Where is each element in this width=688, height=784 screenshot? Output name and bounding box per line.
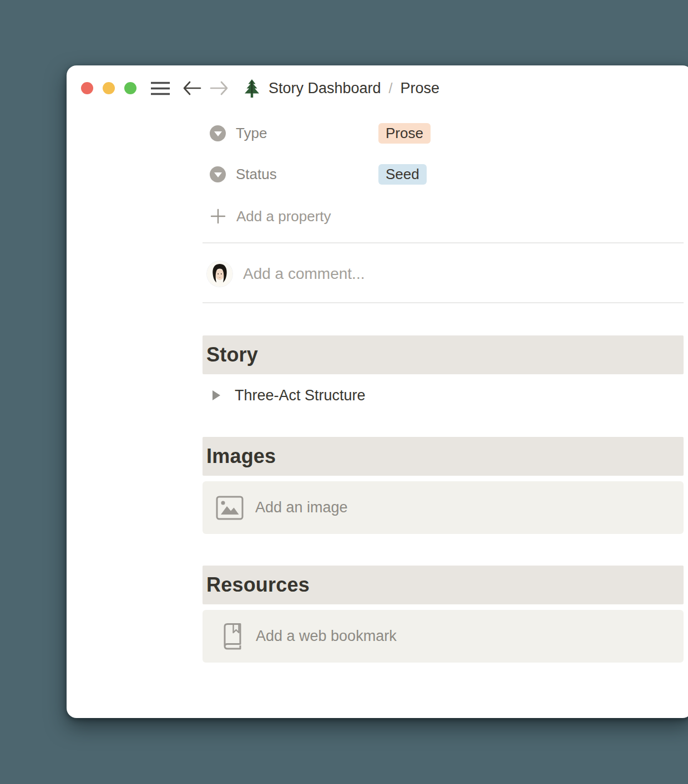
property-value-tag[interactable]: Seed: [378, 164, 427, 185]
bookmark-book-icon: [219, 622, 245, 651]
add-web-bookmark-placeholder[interactable]: Add a web bookmark: [203, 610, 684, 663]
image-icon: [215, 496, 244, 520]
section-heading-resources[interactable]: Resources: [203, 566, 684, 604]
toggle-label[interactable]: Three-Act Structure: [235, 387, 366, 404]
traffic-lights: [81, 82, 136, 94]
select-property-icon: [210, 166, 226, 182]
back-arrow-icon: [183, 80, 201, 96]
add-property-label: Add a property: [236, 208, 331, 225]
divider: [203, 302, 684, 303]
plus-icon: [210, 208, 226, 225]
section-heading-story[interactable]: Story: [203, 335, 684, 374]
section-title: Images: [206, 445, 276, 468]
property-label[interactable]: Type: [236, 125, 378, 142]
property-value-tag[interactable]: Prose: [378, 123, 431, 144]
sidebar-menu-button[interactable]: [151, 81, 170, 96]
select-property-icon: [210, 125, 226, 141]
hamburger-menu-icon: [151, 81, 170, 96]
back-button[interactable]: [183, 80, 201, 96]
minimize-window-button[interactable]: [103, 82, 115, 94]
close-window-button[interactable]: [81, 82, 93, 94]
add-image-placeholder[interactable]: Add an image: [203, 481, 684, 534]
section-heading-images[interactable]: Images: [203, 437, 684, 476]
divider: [203, 242, 684, 243]
section-title: Resources: [206, 573, 310, 597]
toggle-block-three-act[interactable]: Three-Act Structure: [203, 385, 366, 406]
comment-row[interactable]: Add a comment...: [203, 261, 365, 287]
property-row-type[interactable]: Type Prose: [203, 123, 431, 144]
section-title: Story: [206, 343, 258, 366]
property-label[interactable]: Status: [236, 166, 378, 183]
toggle-triangle-icon[interactable]: [213, 390, 220, 400]
add-image-label: Add an image: [255, 499, 348, 516]
page-content: Type Prose Status Seed Add a property: [203, 65, 684, 718]
zoom-window-button[interactable]: [124, 82, 136, 94]
app-window: Story Dashboard / Prose Type Prose Statu…: [67, 65, 688, 718]
comment-input[interactable]: Add a comment...: [243, 265, 365, 283]
add-property-button[interactable]: Add a property: [203, 206, 331, 227]
add-bookmark-label: Add a web bookmark: [256, 628, 397, 645]
property-row-status[interactable]: Status Seed: [203, 164, 427, 185]
user-avatar: [207, 261, 232, 287]
